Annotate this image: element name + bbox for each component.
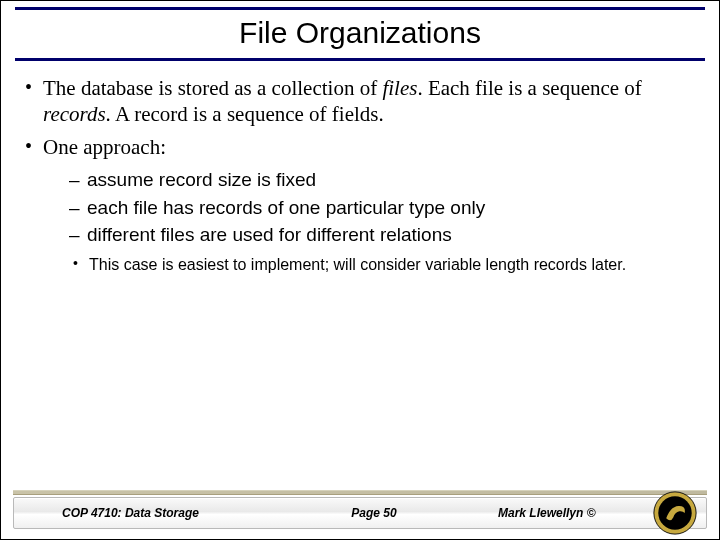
- text-run: The database is stored as a collection o…: [43, 76, 382, 100]
- sub-bullet-item: each file has records of one particular …: [69, 196, 697, 220]
- footer: COP 4710: Data Storage Page 50 Mark Llew…: [13, 497, 707, 529]
- sub-bullet-item: different files are used for different r…: [69, 223, 697, 247]
- sub-bullet-item: assume record size is fixed: [69, 168, 697, 192]
- sub-sub-bullet-item: This case is easiest to implement; will …: [73, 255, 697, 275]
- sub-sub-bullet-list: This case is easiest to implement; will …: [43, 255, 697, 275]
- footer-course: COP 4710: Data Storage: [14, 506, 270, 520]
- ucf-pegasus-logo-icon: [653, 491, 697, 535]
- bullet-list: The database is stored as a collection o…: [23, 75, 697, 275]
- bullet-item: One approach: assume record size is fixe…: [23, 134, 697, 276]
- footer-bar: COP 4710: Data Storage Page 50 Mark Llew…: [13, 497, 707, 529]
- sub-bullet-list: assume record size is fixed each file ha…: [43, 168, 697, 247]
- italic-text: files: [382, 76, 417, 100]
- bullet-item: The database is stored as a collection o…: [23, 75, 697, 128]
- text-run: . Each file is a sequence of: [417, 76, 641, 100]
- footer-divider: [13, 490, 707, 495]
- slide-body: The database is stored as a collection o…: [1, 61, 719, 275]
- slide-title: File Organizations: [15, 7, 705, 61]
- text-run: One approach:: [43, 135, 166, 159]
- footer-page: Page 50: [270, 506, 478, 520]
- slide: File Organizations The database is store…: [0, 0, 720, 540]
- italic-text: records: [43, 102, 106, 126]
- text-run: . A record is a sequence of fields.: [106, 102, 384, 126]
